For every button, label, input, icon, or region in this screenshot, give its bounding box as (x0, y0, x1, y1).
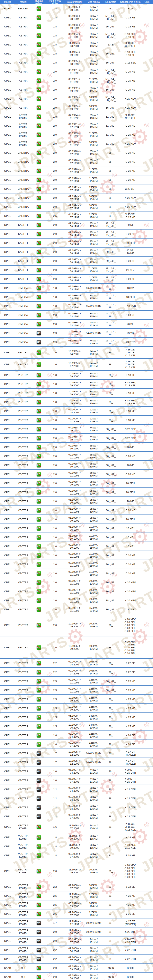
table-row: OPELASTRAPB1.809.1995 -> 08.199785kW / 1… (0, 58, 153, 67)
cell-oznaczenie-silnika: C 25 XE (120, 678, 141, 684)
table-row: OPELVECTRAON2.006.1997 -> 04.200274kW / … (0, 767, 153, 776)
table-row: OPELCALIBRAPB2.002.1994 -> 07.1997100kW … (0, 202, 153, 212)
cell-pojemnosc-silnika: 2.0 (46, 141, 64, 146)
cell-oznaczenie-silnika: X 20 XEV (120, 598, 141, 603)
cell-rodzaj-paliwa: PB (32, 606, 46, 613)
cell-marka: OPEL (0, 786, 15, 792)
cell-lata-produkcji: 04.1988 -> 09.1989 (64, 425, 85, 433)
cell-oznaczenie-silnika: Z 22 SE (120, 669, 141, 675)
fuel-petrol-pb-icon: PB (36, 869, 41, 873)
cell-oznaczenie-silnika: C 18 SEL (120, 60, 141, 65)
cell-model: ASTRA (15, 78, 32, 83)
fuel-diesel-on-icon: ON (36, 805, 41, 810)
cell-pojemnosc-silnika: 1.8 (46, 33, 64, 38)
cell-pojemnosc-silnika: 1.8 (46, 15, 64, 21)
table-row: OPELOMEGAON2.310.1986 -> 03.199454kW / 7… (0, 329, 153, 338)
cell-lata-produkcji: 09.2000 -> 04.2002 (64, 731, 85, 740)
fuel-icon-label: PB (37, 215, 40, 217)
table-row: OPELVECTRAPB2.502.1993 -> 11.1995125kW /… (0, 677, 153, 686)
cell-oznaczenie-silnika: X 20 XEV (120, 96, 141, 102)
cell-marka: OPEL (0, 362, 15, 367)
fuel-petrol-pb-icon: PB (36, 6, 41, 11)
cell-moc-silnika: 100kW / 136KM (85, 621, 102, 629)
cell-marka: OPEL (0, 222, 15, 228)
cell-moc-silnika: 92kW / 125KM (85, 851, 102, 860)
cell-model: VECTRA (15, 471, 32, 477)
cell-marka: OPEL (0, 714, 15, 720)
cell-model: VECTRA KOMBI (15, 842, 32, 851)
table-row: OPELVECTRA KOMBIPB1.611.1996 -> 07.20027… (0, 821, 153, 833)
fuel-petrol-pb-icon: PB (36, 571, 41, 576)
cell-nadwozie: 16_, 17_, 19_ (102, 329, 120, 337)
cell-nadwozie: 16_, 17_, 19_ (102, 293, 120, 301)
cell-nadwozie: 36_ (102, 714, 120, 720)
cell-opis (141, 88, 153, 91)
fuel-icon-label: PB (37, 680, 40, 682)
cell-moc-silnika: 110kW / 150KM (85, 76, 102, 85)
cell-nadwozie: 31_ (102, 911, 120, 917)
cell-nadwozie: 36_ (102, 786, 120, 792)
cell-pojemnosc-silnika: 1.8 (46, 390, 64, 396)
cell-oznaczenie-silnika: X 18 XE1, Z 18 XEL (120, 398, 141, 406)
table-row: OPELVECTRAPB2.609.2000 -> 07.2003125kW /… (0, 740, 153, 749)
cell-lata-produkcji: 11.1996 -> 06.2000 (64, 928, 85, 936)
cell-nadwozie: 16_, 17_, 19_ (102, 283, 120, 292)
cell-lata-produkcji: 01.1989 -> 10.1990 (64, 533, 85, 541)
cell-rodzaj-paliwa: ON (32, 339, 46, 346)
cell-model: OMEGA (15, 321, 32, 327)
cell-moc-silnika: 95kW / 129KM (85, 488, 102, 496)
table-row: OPELVECTRAPB2.009.1988 -> 11.199595kW / … (0, 488, 153, 497)
fuel-petrol-pb-icon: PB (36, 598, 41, 603)
cell-opis (141, 446, 153, 449)
table-row: OPELVECTRAPB2.001.1989 -> 10.1990110kW /… (0, 533, 153, 542)
table-row: OPELVECTRAPB2.009.1988 -> 11.199585kW / … (0, 470, 153, 479)
cell-pojemnosc-silnika: 2.0 (46, 644, 64, 650)
cell-moc-silnika: 110kW / 150KM (85, 166, 102, 175)
cell-opis (141, 894, 153, 897)
table-row: OPELVECTRAPB1.610.1995 -> 04.200274kW / … (0, 347, 153, 359)
cell-nadwozie: 85_ (102, 186, 120, 192)
cell-moc-silnika: 74kW / 101KM (85, 937, 102, 945)
cell-lata-produkcji: 10.1995 -> 09.2000 (64, 389, 85, 397)
fuel-petrol-pb-icon: PB (36, 362, 41, 367)
cell-lata-produkcji: 06.1997 -> 04.2002 (64, 767, 85, 776)
cell-moc-silnika: 85kW / 116KM (85, 31, 102, 40)
cell-oznaczenie-silnika: X 17 DT (TC4EE1) (120, 918, 141, 927)
table-row: OPELVECTRAPB1.810.1995 -> 09.200085kW / … (0, 398, 153, 407)
cell-rodzaj-paliwa: PB (32, 723, 46, 730)
cell-nadwozie: 88_, 89_ (102, 544, 120, 549)
cell-model: KADETT (15, 231, 32, 237)
cell-oznaczenie-silnika: X 20 DTH, Y 20 DTH (120, 937, 141, 945)
cell-rodzaj-paliwa: PB (32, 320, 46, 328)
cell-opis (141, 16, 153, 19)
cell-lata-produkcji: 06.1994 -> 11.1995 (64, 605, 85, 614)
fuel-icon-label: PB (37, 16, 40, 19)
cell-rodzaj-paliwa: PB (32, 660, 46, 667)
cell-marka: OPEL (0, 114, 15, 119)
cell-pojemnosc-silnika: 2.5 (46, 213, 64, 219)
cell-lata-produkcji: 02.1994 -> 07.1997 (64, 202, 85, 211)
table-row: OPELVECTRA KOMBIPB2.511.1996 -> 09.20001… (0, 891, 153, 900)
table-body: FORDESCORTPB1.802.1995 -> 08.199877kW / … (0, 4, 153, 980)
cell-oznaczenie-silnika: C 18 XEL, X 18 XE (120, 49, 141, 58)
table-row: OPELCALIBRAPB2.002.1994 -> 07.1997100kW … (0, 194, 153, 202)
cell-rodzaj-paliwa: PB (32, 371, 46, 379)
cell-lata-produkcji: 09.1991 -> 01.1998 (64, 67, 85, 76)
fuel-icon-label: PB (37, 581, 40, 584)
cell-rodzaj-paliwa: ON (32, 777, 46, 784)
cell-model: VECTRA (15, 768, 32, 774)
cell-model: ASTRA (15, 33, 32, 38)
cell-opis (141, 205, 153, 208)
cell-moc-silnika: 100kW / 136KM (85, 867, 102, 875)
cell-nadwozie: 88_, 89_ (102, 598, 120, 603)
fuel-icon-label: ON (37, 939, 41, 942)
cell-opis (141, 966, 153, 969)
cell-pojemnosc-silnika: 2.0 (46, 508, 64, 513)
cell-opis (141, 581, 153, 584)
cell-oznaczenie-silnika: C 25 XE (120, 687, 141, 693)
cell-opis (141, 599, 153, 602)
cell-marka: OPEL (0, 589, 15, 594)
fuel-icon-label: PB (37, 826, 40, 828)
cell-lata-produkcji: 09.1991 -> 07.1994 (64, 121, 85, 130)
cell-opis (141, 391, 153, 395)
